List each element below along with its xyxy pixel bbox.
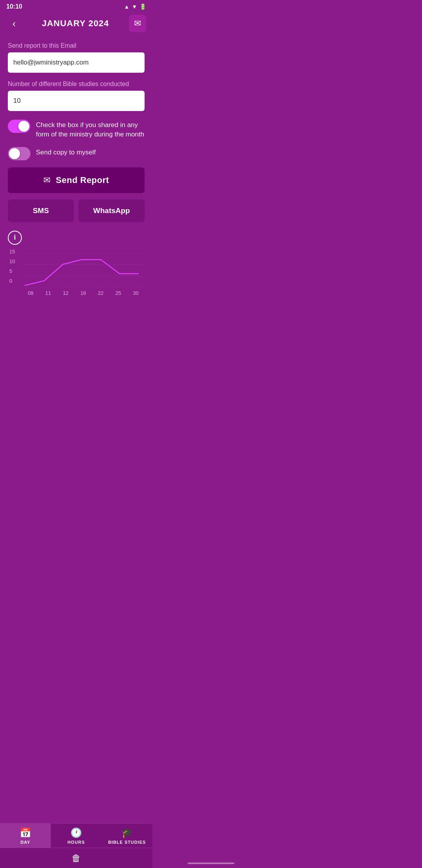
- mail-button[interactable]: ✉: [129, 15, 146, 32]
- sms-label: SMS: [33, 206, 49, 215]
- send-copy-toggle[interactable]: [8, 147, 30, 160]
- bible-studies-input[interactable]: [8, 91, 145, 111]
- mail-icon: ✉: [134, 18, 141, 29]
- chart-line-svg: [22, 253, 145, 288]
- ministry-toggle-thumb: [18, 121, 29, 132]
- y-label-5: 5: [9, 268, 15, 274]
- email-label: Send report to this Email: [8, 42, 145, 49]
- y-label-0: 0: [9, 278, 15, 284]
- x-label-08: 08: [28, 290, 33, 296]
- chart-svg: [22, 253, 145, 289]
- page-title: JANUARY 2024: [42, 18, 109, 29]
- back-button[interactable]: ‹: [6, 16, 22, 31]
- battery-icon: 🔋: [139, 4, 146, 10]
- top-bar: ‹ JANUARY 2024 ✉: [0, 12, 152, 38]
- email-input[interactable]: [8, 52, 145, 73]
- send-report-button[interactable]: ✉ Send Report: [8, 167, 145, 193]
- send-copy-label: Send copy to myself: [36, 146, 96, 157]
- ministry-toggle-track: [8, 120, 30, 133]
- status-time: 10:10: [6, 3, 22, 10]
- y-label-15: 15: [9, 249, 15, 255]
- chart-area: 15 10 5 0 08 11 12 16 22 25: [8, 249, 145, 299]
- x-label-25: 25: [115, 290, 121, 296]
- x-label-16: 16: [80, 290, 86, 296]
- status-icons: ▲ ▼ 🔋: [124, 4, 146, 10]
- send-report-label: Send Report: [56, 175, 109, 185]
- share-row: SMS WhatsApp: [8, 199, 145, 222]
- send-copy-toggle-thumb: [9, 148, 20, 159]
- x-label-12: 12: [63, 290, 68, 296]
- x-label-22: 22: [98, 290, 104, 296]
- chart-y-labels: 15 10 5 0: [8, 249, 15, 284]
- main-content: Send report to this Email Number of diff…: [0, 38, 152, 299]
- whatsapp-label: WhatsApp: [93, 206, 130, 215]
- ministry-toggle-label: Check the box if you shared in any form …: [36, 119, 145, 139]
- bible-studies-label: Number of different Bible studies conduc…: [8, 81, 145, 88]
- send-copy-toggle-row: Send copy to myself: [8, 146, 145, 160]
- ministry-toggle[interactable]: [8, 120, 30, 133]
- sms-button[interactable]: SMS: [8, 199, 74, 222]
- info-row: i: [8, 229, 145, 249]
- chart-x-labels: 08 11 12 16 22 25 30: [22, 290, 145, 296]
- wifi-icon: ▼: [132, 4, 137, 10]
- x-label-30: 30: [133, 290, 138, 296]
- send-report-mail-icon: ✉: [43, 175, 50, 185]
- x-label-11: 11: [45, 290, 51, 296]
- status-bar: 10:10 ▲ ▼ 🔋: [0, 0, 152, 12]
- info-icon: i: [14, 233, 16, 242]
- y-label-10: 10: [9, 258, 15, 264]
- back-chevron-icon: ‹: [13, 18, 16, 30]
- send-copy-toggle-track: [8, 147, 30, 160]
- signal-icon: ▲: [124, 4, 129, 10]
- whatsapp-button[interactable]: WhatsApp: [79, 199, 145, 222]
- info-button[interactable]: i: [8, 231, 22, 245]
- ministry-toggle-row: Check the box if you shared in any form …: [8, 119, 145, 139]
